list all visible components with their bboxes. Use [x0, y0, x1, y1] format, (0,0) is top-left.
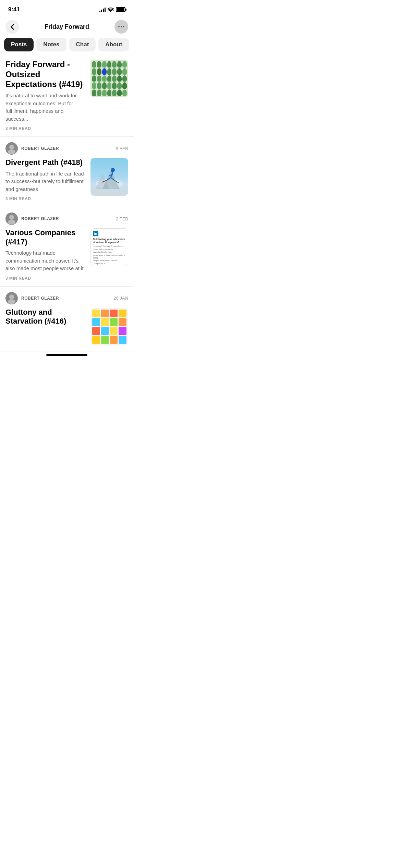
svg-point-2: [123, 26, 124, 27]
svg-point-1: [121, 26, 122, 27]
list-item[interactable]: ROBERT GLAZER 26 JAN Gluttony and Starva…: [0, 287, 134, 351]
svg-point-19: [9, 294, 14, 299]
author-name: ROBERT GLAZER: [21, 146, 59, 151]
svg-point-20: [8, 299, 15, 304]
list-item[interactable]: ROBERT GLAZER 2 FEB Various Companies (#…: [0, 207, 134, 286]
post-read-time: 3 MIN READ: [5, 196, 86, 201]
tab-posts[interactable]: Posts: [4, 38, 34, 51]
post-content: Gluttony and Starvation (#416): [5, 308, 128, 346]
tab-notes[interactable]: Notes: [36, 38, 66, 51]
post-meta: ROBERT GLAZER 26 JAN: [5, 292, 128, 304]
post-meta: ROBERT GLAZER 9 FEB: [5, 142, 128, 155]
avatar: [5, 213, 18, 225]
post-excerpt: The traditional path in life can lead to…: [5, 170, 86, 193]
post-excerpt: Technology has made communication much e…: [5, 249, 86, 273]
avatar-image: [5, 213, 18, 225]
post-title: Divergent Path (#418): [5, 158, 86, 167]
post-date: 9 FEB: [116, 146, 128, 151]
post-text: Gluttony and Starvation (#416): [5, 308, 86, 329]
list-item[interactable]: ROBERT GLAZER 9 FEB Divergent Path (#418…: [0, 137, 134, 207]
post-meta: ROBERT GLAZER 2 FEB: [5, 213, 128, 225]
post-thumbnail: in Celebrating your milestones at Variou…: [90, 228, 128, 266]
tab-about[interactable]: About: [98, 38, 129, 51]
status-bar: 9:41: [0, 0, 134, 17]
wifi-icon: [108, 7, 114, 12]
post-date: 26 JAN: [113, 296, 128, 301]
post-text: Friday Forward - Outsized Expectations (…: [5, 60, 86, 131]
post-text: Divergent Path (#418) The traditional pa…: [5, 158, 86, 201]
status-time: 9:41: [8, 6, 20, 13]
signal-icon: [99, 7, 106, 12]
post-content: Friday Forward - Outsized Expectations (…: [5, 60, 128, 131]
post-author: ROBERT GLAZER: [5, 292, 59, 304]
page-title: Friday Forward: [19, 23, 114, 31]
avatar-image: [5, 142, 18, 155]
post-title: Gluttony and Starvation (#416): [5, 308, 86, 326]
post-text: Various Companies (#417) Technology has …: [5, 228, 86, 280]
post-read-time: 3 MIN READ: [5, 126, 86, 131]
list-item[interactable]: Friday Forward - Outsized Expectations (…: [0, 56, 134, 137]
post-thumbnail: [90, 158, 128, 196]
post-author: ROBERT GLAZER: [5, 213, 59, 225]
author-name: ROBERT GLAZER: [21, 216, 59, 221]
avatar-image: [5, 292, 18, 304]
home-indicator: [46, 354, 87, 356]
svg-point-8: [111, 168, 115, 172]
tab-bar: Posts Notes Chat About: [0, 38, 134, 56]
svg-point-5: [8, 149, 15, 154]
post-title: Various Companies (#417): [5, 228, 86, 246]
post-thumbnail: [90, 60, 128, 97]
post-author: ROBERT GLAZER: [5, 142, 59, 155]
svg-point-4: [9, 145, 14, 149]
back-button[interactable]: [5, 20, 19, 34]
avatar: [5, 142, 18, 155]
author-name: ROBERT GLAZER: [21, 296, 59, 301]
svg-point-0: [118, 26, 120, 27]
battery-icon: [116, 7, 125, 12]
posts-list: Friday Forward - Outsized Expectations (…: [0, 56, 134, 351]
nav-bar: Friday Forward: [0, 17, 134, 38]
post-content: Divergent Path (#418) The traditional pa…: [5, 158, 128, 201]
tab-chat[interactable]: Chat: [69, 38, 96, 51]
post-title: Friday Forward - Outsized Expectations (…: [5, 60, 86, 89]
status-icons: [99, 7, 125, 12]
more-button[interactable]: [114, 20, 128, 34]
svg-point-16: [9, 215, 14, 220]
svg-point-17: [8, 220, 15, 225]
post-content: Various Companies (#417) Technology has …: [5, 228, 128, 280]
post-date: 2 FEB: [116, 216, 128, 221]
post-thumbnail: [90, 308, 128, 346]
post-excerpt: It's natural to want and work for except…: [5, 92, 86, 123]
post-read-time: 3 MIN READ: [5, 276, 86, 281]
avatar: [5, 292, 18, 304]
